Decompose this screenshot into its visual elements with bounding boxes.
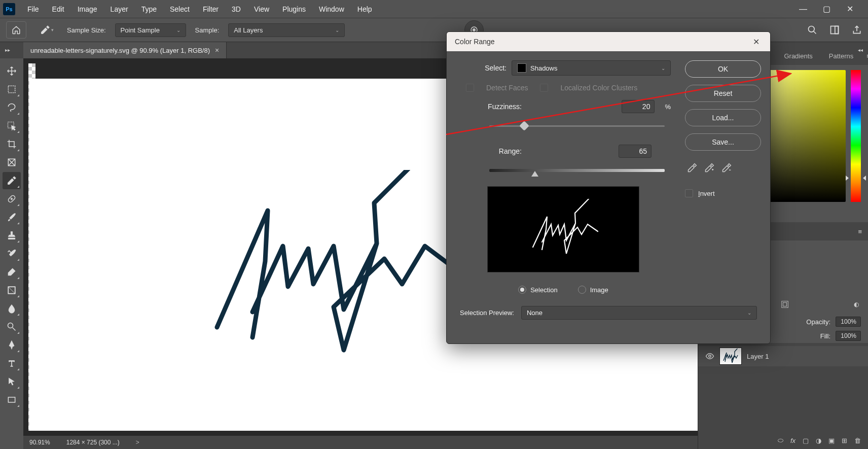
- panel-menu-icon[interactable]: ≡: [853, 228, 867, 235]
- percent-label: %: [665, 103, 671, 111]
- selection-preview-dropdown[interactable]: None⌄: [521, 306, 757, 320]
- sample-select[interactable]: All Layers⌄: [228, 23, 345, 37]
- menu-type[interactable]: Type: [135, 2, 163, 16]
- localized-checkbox: [540, 84, 548, 92]
- rectangle-tool[interactable]: [3, 391, 21, 408]
- menu-edit[interactable]: Edit: [46, 2, 70, 16]
- blur-tool[interactable]: [3, 300, 21, 317]
- menu-image[interactable]: Image: [71, 2, 103, 16]
- move-tool[interactable]: [3, 62, 21, 80]
- selection-preview[interactable]: [487, 186, 639, 272]
- svg-point-20: [709, 355, 711, 358]
- brush-tool[interactable]: [3, 209, 21, 226]
- window-controls: — ▢ ✕: [798, 4, 865, 14]
- dodge-tool[interactable]: [3, 318, 21, 335]
- hue-slider[interactable]: [851, 70, 861, 202]
- layer-thumbnail[interactable]: [719, 348, 742, 365]
- gradient-tool[interactable]: [3, 282, 21, 299]
- radio-selection[interactable]: Selection: [518, 286, 557, 294]
- svg-rect-12: [8, 397, 15, 402]
- svg-point-2: [809, 26, 815, 32]
- eyedropper-tool[interactable]: [3, 172, 21, 189]
- save-button[interactable]: Save...: [685, 133, 761, 151]
- opacity-label: Opacity:: [806, 318, 830, 326]
- svg-point-1: [473, 29, 476, 31]
- crop-tool[interactable]: [3, 135, 21, 153]
- fx-icon[interactable]: fx: [790, 437, 795, 444]
- svg-point-11: [8, 323, 13, 328]
- layer-row[interactable]: Layer 1: [698, 346, 868, 366]
- svg-rect-19: [783, 302, 786, 306]
- tab-patterns[interactable]: Patterns: [821, 48, 861, 64]
- mask-icon[interactable]: ▢: [803, 437, 809, 444]
- type-tool[interactable]: [3, 355, 21, 372]
- link-icon[interactable]: ⬭: [778, 436, 783, 444]
- history-brush-tool[interactable]: [3, 245, 21, 262]
- fuzziness-input[interactable]: [622, 100, 655, 113]
- panel-menu-icon[interactable]: ≡: [861, 52, 868, 60]
- menu-select[interactable]: Select: [164, 2, 196, 16]
- menu-plugins[interactable]: Plugins: [276, 2, 312, 16]
- fuzziness-slider[interactable]: [489, 121, 665, 131]
- menu-filter[interactable]: Filter: [197, 2, 225, 16]
- expand-right-icon[interactable]: ◂◂: [858, 47, 863, 53]
- fill-value[interactable]: 100%: [836, 331, 861, 341]
- pen-tool[interactable]: [3, 336, 21, 354]
- expand-left-icon[interactable]: ▸▸: [5, 47, 10, 53]
- filter-toggle-icon[interactable]: ◐: [854, 301, 859, 308]
- maximize-icon[interactable]: ▢: [821, 4, 831, 14]
- marquee-tool[interactable]: [3, 81, 21, 98]
- document-tab-title: unreadable-letters-signaturely.svg @ 90.…: [30, 47, 210, 54]
- eyedropper-add-icon[interactable]: [704, 163, 714, 173]
- eyedropper-subtract-icon[interactable]: [721, 163, 732, 173]
- invert-checkbox[interactable]: [685, 189, 693, 197]
- fill-label: Fill:: [820, 332, 830, 340]
- range-input[interactable]: [619, 145, 652, 158]
- menu-3d[interactable]: 3D: [226, 2, 247, 16]
- search-icon[interactable]: [807, 25, 817, 35]
- frame-tool[interactable]: [3, 154, 21, 171]
- hue-thumb[interactable]: [849, 176, 863, 180]
- select-dropdown[interactable]: Shadows ⌄: [512, 60, 671, 76]
- load-button[interactable]: Load...: [685, 109, 761, 126]
- ok-button[interactable]: OK: [685, 60, 761, 78]
- delete-icon[interactable]: 🗑: [854, 437, 861, 444]
- zoom-level[interactable]: 90.91%: [29, 439, 50, 446]
- home-button[interactable]: [6, 21, 26, 39]
- current-tool-icon[interactable]: ▾: [35, 21, 58, 39]
- radio-image[interactable]: Image: [578, 286, 608, 294]
- reset-button[interactable]: Reset: [685, 85, 761, 102]
- svg-rect-4: [835, 26, 839, 34]
- path-select-tool[interactable]: [3, 373, 21, 390]
- close-tab-icon[interactable]: ×: [215, 46, 219, 54]
- sample-size-select[interactable]: Point Sample⌄: [115, 23, 186, 37]
- document-tab[interactable]: unreadable-letters-signaturely.svg @ 90.…: [23, 42, 227, 58]
- eyedropper-icon[interactable]: [687, 163, 697, 173]
- share-icon[interactable]: [852, 25, 862, 35]
- group-icon[interactable]: ▣: [828, 437, 835, 444]
- range-slider[interactable]: [489, 166, 665, 176]
- menu-view[interactable]: View: [248, 2, 275, 16]
- stamp-tool[interactable]: [3, 227, 21, 244]
- healing-tool[interactable]: [3, 190, 21, 208]
- new-layer-icon[interactable]: ⊞: [842, 437, 847, 444]
- minimize-icon[interactable]: —: [798, 4, 808, 14]
- eraser-tool[interactable]: [3, 263, 21, 281]
- visibility-icon[interactable]: [705, 352, 714, 361]
- filter-smart-icon[interactable]: [780, 300, 789, 309]
- opacity-value[interactable]: 100%: [836, 317, 861, 327]
- menu-layer[interactable]: Layer: [104, 2, 134, 16]
- adjust-icon[interactable]: ◑: [816, 437, 821, 444]
- menu-bar: Ps File Edit Image Layer Type Select Fil…: [0, 0, 868, 18]
- layer-name[interactable]: Layer 1: [747, 353, 769, 360]
- dialog-titlebar[interactable]: Color Range ✕: [447, 32, 770, 51]
- menu-window[interactable]: Window: [313, 2, 350, 16]
- menu-file[interactable]: File: [21, 2, 45, 16]
- quick-select-tool[interactable]: [3, 117, 21, 134]
- close-window-icon[interactable]: ✕: [845, 4, 855, 14]
- menu-help[interactable]: Help: [351, 2, 378, 16]
- close-icon[interactable]: ✕: [750, 36, 762, 48]
- lasso-tool[interactable]: [3, 99, 21, 116]
- tab-gradients[interactable]: Gradients: [776, 48, 820, 64]
- workspace-icon[interactable]: [829, 25, 840, 35]
